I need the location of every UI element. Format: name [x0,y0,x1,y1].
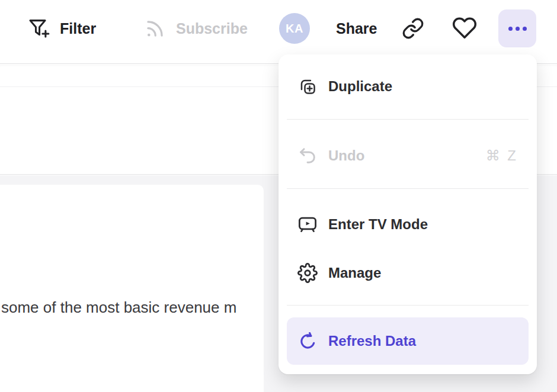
ellipsis-icon [508,27,527,31]
gear-icon [297,262,318,284]
text-card-paragraph: some of the most basic revenue m [1,297,236,317]
avatar[interactable]: KA [279,13,310,44]
favorite-button[interactable] [452,15,478,41]
menu-item-label: Enter TV Mode [328,216,428,233]
undo-shortcut: ⌘ Z [486,147,518,164]
rss-icon [144,18,166,40]
refresh-icon [297,332,318,351]
more-actions-button[interactable] [498,9,536,47]
menu-item-label: Manage [328,265,381,281]
filter-button[interactable]: Filter [28,14,96,43]
dashboard-screen: Filter Subscribe KA Share [0,0,557,392]
tv-mode-icon [297,214,318,234]
subscribe-label: Subscribe [176,20,248,37]
avatar-initials: KA [286,22,303,36]
undo-icon [297,146,318,165]
menu-divider [287,188,529,189]
duplicate-icon [297,78,318,96]
menu-divider [287,119,529,120]
menu-item-manage[interactable]: Manage [287,249,529,297]
menu-item-undo[interactable]: Undo ⌘ Z [287,132,529,179]
menu-item-label: Duplicate [328,78,392,95]
filter-label: Filter [60,20,96,37]
menu-item-label: Refresh Data [328,333,416,349]
filter-plus-icon [28,18,50,40]
share-label: Share [336,20,377,37]
text-card: some of the most basic revenue m [0,185,264,392]
menu-item-refresh-data[interactable]: Refresh Data [287,317,529,365]
copy-link-button[interactable] [401,17,425,41]
menu-item-duplicate[interactable]: Duplicate [287,63,529,110]
menu-divider [287,305,529,306]
heart-icon [452,15,477,42]
subscribe-button[interactable]: Subscribe [144,14,248,43]
share-button[interactable]: Share [336,14,377,43]
actions-menu: Duplicate Undo ⌘ Z Enter TV M [278,54,537,374]
menu-item-label: Undo [328,147,364,164]
menu-item-enter-tv-mode[interactable]: Enter TV Mode [287,201,529,248]
link-icon [402,17,424,41]
